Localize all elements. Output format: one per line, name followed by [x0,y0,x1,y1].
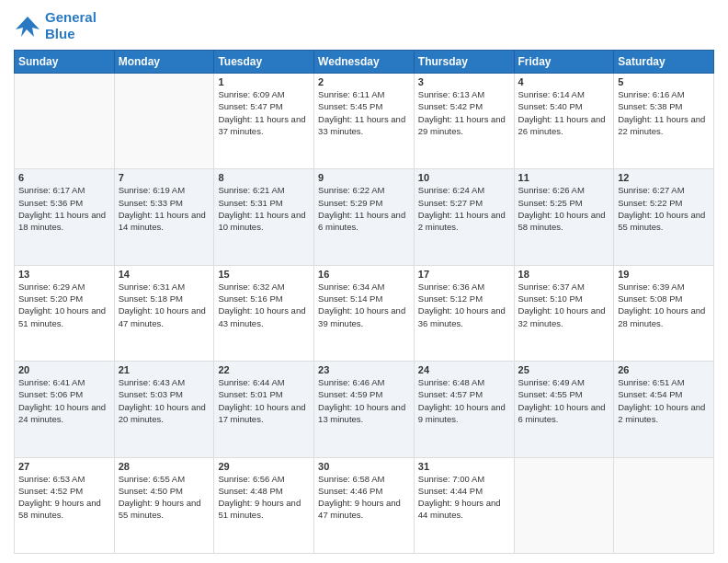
calendar-cell: 22Sunrise: 6:44 AMSunset: 5:01 PMDayligh… [214,362,314,457]
sunset-text: Sunset: 4:57 PM [418,388,510,400]
sunrise-text: Sunrise: 6:27 AM [618,184,710,196]
calendar-cell: 9Sunrise: 6:22 AMSunset: 5:29 PMDaylight… [314,169,415,265]
daylight-text: Daylight: 10 hours and 36 minutes. [418,304,510,329]
daylight-text: Daylight: 11 hours and 37 minutes. [218,113,310,138]
weekday-header-monday: Monday [114,51,214,74]
sunrise-text: Sunrise: 6:44 AM [218,376,310,388]
sunset-text: Sunset: 5:45 PM [318,100,410,112]
calendar-cell: 21Sunrise: 6:43 AMSunset: 5:03 PMDayligh… [114,362,214,457]
daylight-text: Daylight: 11 hours and 22 minutes. [618,113,710,138]
day-number: 14 [119,269,210,280]
calendar-cell: 15Sunrise: 6:32 AMSunset: 5:16 PMDayligh… [214,265,314,361]
sunset-text: Sunset: 5:40 PM [518,100,610,112]
sunset-text: Sunset: 4:50 PM [119,485,210,497]
week-row-3: 13Sunrise: 6:29 AMSunset: 5:20 PMDayligh… [15,265,714,361]
daylight-text: Daylight: 9 hours and 55 minutes. [119,497,210,522]
week-row-5: 27Sunrise: 6:53 AMSunset: 4:52 PMDayligh… [15,457,714,553]
sunrise-text: Sunrise: 6:58 AM [318,473,410,485]
weekday-header-tuesday: Tuesday [214,51,314,74]
calendar-cell: 30Sunrise: 6:58 AMSunset: 4:46 PMDayligh… [314,457,415,553]
calendar-cell: 1Sunrise: 6:09 AMSunset: 5:47 PMDaylight… [214,74,314,169]
daylight-text: Daylight: 10 hours and 6 minutes. [518,401,610,426]
day-number: 30 [318,461,410,472]
sunset-text: Sunset: 4:55 PM [518,388,610,400]
day-number: 9 [318,172,410,183]
daylight-text: Daylight: 10 hours and 24 minutes. [18,401,110,426]
daylight-text: Daylight: 10 hours and 43 minutes. [218,304,310,329]
svg-marker-0 [16,17,40,37]
daylight-text: Daylight: 9 hours and 51 minutes. [218,497,310,522]
day-number: 21 [119,364,210,375]
daylight-text: Daylight: 10 hours and 32 minutes. [518,304,610,329]
logo-blue: Blue [45,26,97,42]
calendar-cell: 19Sunrise: 6:39 AMSunset: 5:08 PMDayligh… [614,265,714,361]
calendar-cell: 3Sunrise: 6:13 AMSunset: 5:42 PMDaylight… [414,74,514,169]
sunrise-text: Sunrise: 6:53 AM [18,473,110,485]
sunrise-text: Sunrise: 6:49 AM [518,376,610,388]
week-row-1: 1Sunrise: 6:09 AMSunset: 5:47 PMDaylight… [15,74,714,169]
sunrise-text: Sunrise: 7:00 AM [418,473,510,485]
sunset-text: Sunset: 5:12 PM [418,293,510,304]
sunset-text: Sunset: 5:22 PM [618,197,710,209]
sunrise-text: Sunrise: 6:55 AM [119,473,210,485]
sunset-text: Sunset: 4:52 PM [18,485,110,497]
sunset-text: Sunset: 5:25 PM [518,197,610,209]
day-number: 7 [119,172,210,183]
calendar-cell: 31Sunrise: 7:00 AMSunset: 4:44 PMDayligh… [414,457,514,553]
sunset-text: Sunset: 4:44 PM [418,485,510,497]
day-number: 2 [318,76,410,87]
sunrise-text: Sunrise: 6:32 AM [218,281,310,293]
sunset-text: Sunset: 5:36 PM [18,197,110,209]
calendar-cell: 27Sunrise: 6:53 AMSunset: 4:52 PMDayligh… [15,457,115,553]
day-number: 10 [418,172,510,183]
daylight-text: Daylight: 10 hours and 55 minutes. [618,209,710,234]
sunrise-text: Sunrise: 6:46 AM [318,376,410,388]
weekday-header-friday: Friday [514,51,614,74]
sunset-text: Sunset: 5:20 PM [18,293,110,304]
calendar-cell: 23Sunrise: 6:46 AMSunset: 4:59 PMDayligh… [314,362,415,457]
daylight-text: Daylight: 9 hours and 58 minutes. [18,497,110,522]
calendar-cell: 13Sunrise: 6:29 AMSunset: 5:20 PMDayligh… [15,265,115,361]
daylight-text: Daylight: 10 hours and 58 minutes. [518,209,610,234]
daylight-text: Daylight: 11 hours and 33 minutes. [318,113,410,138]
day-number: 15 [218,269,310,280]
sunrise-text: Sunrise: 6:31 AM [119,281,210,293]
daylight-text: Daylight: 11 hours and 18 minutes. [18,209,110,234]
calendar-cell: 7Sunrise: 6:19 AMSunset: 5:33 PMDaylight… [114,169,214,265]
day-number: 19 [618,269,710,280]
day-number: 22 [218,364,310,375]
daylight-text: Daylight: 9 hours and 47 minutes. [318,497,410,522]
sunrise-text: Sunrise: 6:34 AM [318,281,410,293]
daylight-text: Daylight: 10 hours and 51 minutes. [18,304,110,329]
sunset-text: Sunset: 4:48 PM [218,485,310,497]
sunset-text: Sunset: 4:54 PM [618,388,710,400]
daylight-text: Daylight: 10 hours and 9 minutes. [418,401,510,426]
sunrise-text: Sunrise: 6:13 AM [418,88,510,100]
daylight-text: Daylight: 10 hours and 28 minutes. [618,304,710,329]
calendar-cell [514,457,614,553]
daylight-text: Daylight: 11 hours and 14 minutes. [119,209,210,234]
sunrise-text: Sunrise: 6:11 AM [318,88,410,100]
calendar-cell: 20Sunrise: 6:41 AMSunset: 5:06 PMDayligh… [15,362,115,457]
sunset-text: Sunset: 5:14 PM [318,293,410,304]
sunset-text: Sunset: 5:27 PM [418,197,510,209]
day-number: 16 [318,269,410,280]
day-number: 4 [518,76,610,87]
sunset-text: Sunset: 5:01 PM [218,388,310,400]
sunrise-text: Sunrise: 6:24 AM [418,184,510,196]
day-number: 6 [18,172,110,183]
day-number: 23 [318,364,410,375]
daylight-text: Daylight: 10 hours and 39 minutes. [318,304,410,329]
calendar-cell [614,457,714,553]
sunset-text: Sunset: 5:33 PM [119,197,210,209]
logo-text: General Blue [45,9,97,42]
sunrise-text: Sunrise: 6:29 AM [18,281,110,293]
weekday-header-wednesday: Wednesday [314,51,415,74]
weekday-header-thursday: Thursday [414,51,514,74]
calendar-cell: 18Sunrise: 6:37 AMSunset: 5:10 PMDayligh… [514,265,614,361]
daylight-text: Daylight: 11 hours and 29 minutes. [418,113,510,138]
day-number: 17 [418,269,510,280]
calendar-cell: 16Sunrise: 6:34 AMSunset: 5:14 PMDayligh… [314,265,415,361]
day-number: 1 [218,76,310,87]
sunset-text: Sunset: 5:18 PM [119,293,210,304]
